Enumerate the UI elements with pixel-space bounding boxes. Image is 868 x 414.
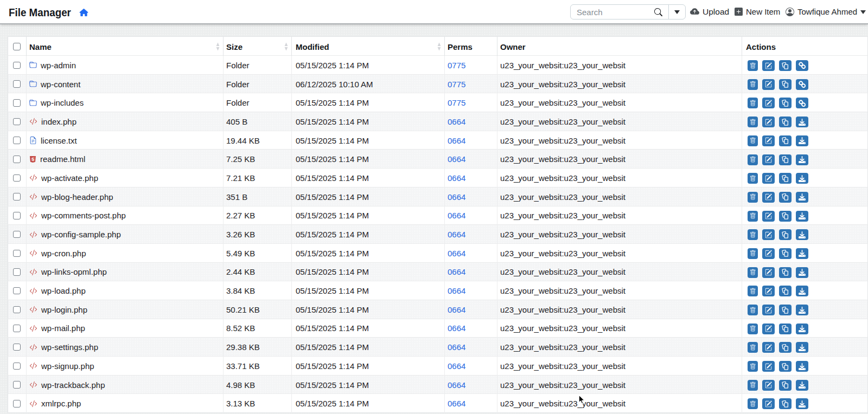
svg-text:5: 5 [31,157,34,162]
